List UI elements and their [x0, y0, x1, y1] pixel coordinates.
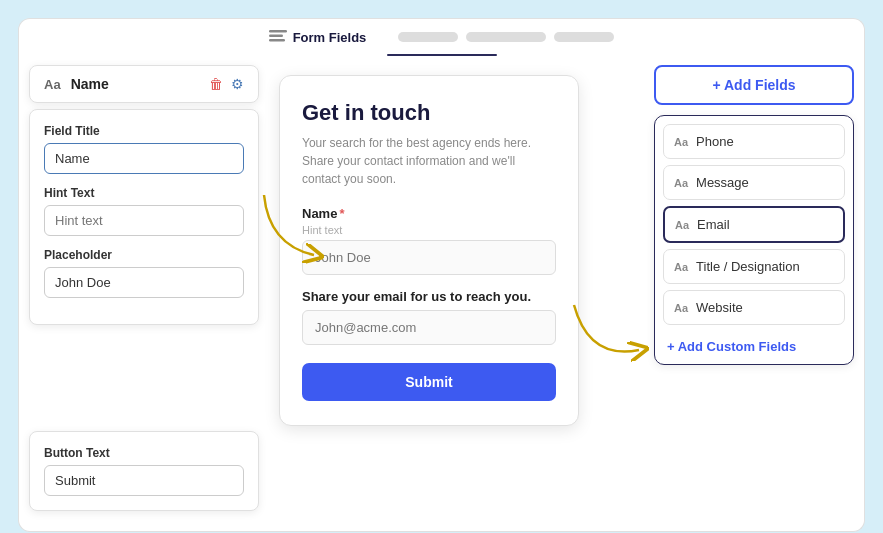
field-item-label-website: Website — [696, 300, 743, 315]
form-preview: Get in touch Your search for the best ag… — [279, 75, 579, 426]
settings-panel: Field Title Hint Text Placeholder — [29, 109, 259, 325]
field-title-row: Field Title — [44, 124, 244, 174]
field-item-aa-email: Aa — [675, 219, 689, 231]
browser-pills — [398, 32, 614, 42]
svg-rect-0 — [269, 30, 287, 33]
field-item-title[interactable]: Aa Title / Designation — [663, 249, 845, 284]
placeholder-input[interactable] — [44, 267, 244, 298]
button-panel: Button Text — [29, 431, 259, 511]
field-item-aa-title: Aa — [674, 261, 688, 273]
field-item-label-email: Email — [697, 217, 730, 232]
field-list: Aa Phone Aa Message Aa Email Aa Title / … — [654, 115, 854, 365]
form-subtitle: Your search for the best agency ends her… — [302, 134, 556, 188]
form-fields-tab-icon — [269, 29, 287, 45]
hint-text-row: Hint Text — [44, 186, 244, 236]
hint-text-input[interactable] — [44, 205, 244, 236]
form-title: Get in touch — [302, 100, 556, 126]
form-name-input[interactable] — [302, 240, 556, 275]
hint-text-label: Hint Text — [44, 186, 244, 200]
left-panel: Aa Name 🗑 ⚙ Field Title Hint Text Placeh… — [29, 65, 259, 325]
placeholder-row: Placeholder — [44, 248, 244, 298]
field-item-label-message: Message — [696, 175, 749, 190]
form-name-label: Name* — [302, 206, 556, 221]
form-email-label: Share your email for us to reach you. — [302, 289, 556, 304]
field-header: Aa Name 🗑 ⚙ — [29, 65, 259, 103]
field-item-aa-message: Aa — [674, 177, 688, 189]
add-custom-fields-button[interactable]: + Add Custom Fields — [663, 331, 845, 356]
field-header-name: Name — [71, 76, 199, 92]
field-item-aa-website: Aa — [674, 302, 688, 314]
main-area: Aa Name 🗑 ⚙ Field Title Hint Text Placeh… — [18, 55, 865, 532]
right-panel: + Add Fields Aa Phone Aa Message Aa Emai… — [654, 65, 854, 365]
gear-icon[interactable]: ⚙ — [231, 76, 244, 92]
browser-pill-3 — [554, 32, 614, 42]
form-email-input[interactable] — [302, 310, 556, 345]
browser-pill-2 — [466, 32, 546, 42]
svg-rect-2 — [269, 39, 285, 42]
trash-icon[interactable]: 🗑 — [209, 76, 223, 92]
button-text-label: Button Text — [44, 446, 244, 460]
form-submit-button[interactable]: Submit — [302, 363, 556, 401]
field-header-aa: Aa — [44, 77, 61, 92]
browser-pill-1 — [398, 32, 458, 42]
form-fields-tab-label[interactable]: Form Fields — [293, 30, 367, 45]
field-item-message[interactable]: Aa Message — [663, 165, 845, 200]
field-item-aa-phone: Aa — [674, 136, 688, 148]
field-item-label-phone: Phone — [696, 134, 734, 149]
field-item-email[interactable]: Aa Email — [663, 206, 845, 243]
field-header-icons: 🗑 ⚙ — [209, 76, 244, 92]
field-item-phone[interactable]: Aa Phone — [663, 124, 845, 159]
arrow-2 — [569, 295, 649, 369]
field-title-input[interactable] — [44, 143, 244, 174]
svg-rect-1 — [269, 35, 283, 38]
add-fields-button[interactable]: + Add Fields — [654, 65, 854, 105]
field-item-website[interactable]: Aa Website — [663, 290, 845, 325]
button-text-input[interactable] — [44, 465, 244, 496]
form-name-hint: Hint text — [302, 224, 556, 236]
field-item-label-title: Title / Designation — [696, 259, 800, 274]
field-title-label: Field Title — [44, 124, 244, 138]
placeholder-label: Placeholder — [44, 248, 244, 262]
browser-bar: Form Fields — [18, 18, 865, 55]
